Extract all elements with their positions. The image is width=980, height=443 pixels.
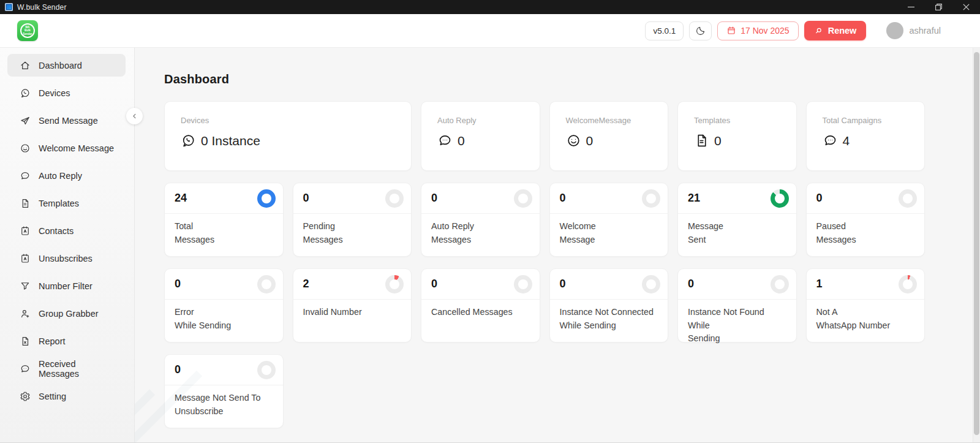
license-date-badge[interactable]: 17 Nov 2025: [717, 21, 798, 40]
file-text-icon: [694, 133, 709, 148]
stat-card-label: Cancelled Messages: [421, 300, 540, 325]
summary-card-value: 0: [458, 134, 465, 148]
stat-card-value: 21: [688, 192, 700, 205]
version-badge: v5.0.1: [645, 21, 684, 40]
progress-ring: [257, 189, 276, 208]
summary-card-welcomemessage: WelcomeMessage 0: [549, 101, 669, 171]
stat-card-label: Paused Messages: [807, 214, 925, 252]
stat-card-total-messages: 24 Total Messages: [164, 183, 284, 257]
chevron-left-icon: [130, 112, 138, 120]
sidebar-item-contacts[interactable]: Contacts: [7, 219, 126, 242]
progress-ring: [771, 189, 789, 208]
theme-toggle-button[interactable]: [689, 21, 712, 40]
summary-card-label: Total Campaigns: [823, 116, 909, 125]
progress-ring: [899, 275, 917, 293]
contact-book-icon: [20, 253, 31, 264]
close-icon: [963, 4, 970, 10]
stat-card-instance-not-connected-while-sending: 0 Instance Not Connected While Sending: [549, 268, 669, 343]
restore-button[interactable]: [925, 0, 952, 14]
sidebar-item-templates[interactable]: Templates: [7, 192, 126, 214]
sidebar-item-unsubscribes[interactable]: Unsubscribes: [7, 247, 126, 270]
scrollbar[interactable]: [973, 48, 980, 442]
stat-card-error-while-sending: 0 Error While Sending: [164, 268, 284, 343]
sidebar-item-welcome-message[interactable]: Welcome Message: [7, 137, 126, 159]
summary-card-value: 0: [714, 134, 722, 148]
send-icon: [20, 115, 31, 126]
scrollbar-thumb[interactable]: [974, 52, 979, 435]
stat-card-value: 0: [431, 192, 437, 205]
sidebar-item-send-message[interactable]: Send Message: [7, 109, 126, 132]
renew-button[interactable]: Renew: [804, 21, 867, 40]
sidebar-item-label: Dashboard: [39, 61, 82, 70]
stat-card-paused-messages: 0 Paused Messages: [806, 183, 925, 257]
user-plus-icon: [20, 308, 31, 319]
stat-card-label: Invalid Number: [293, 300, 412, 325]
smiley-icon: [20, 143, 31, 154]
stat-card-value: 0: [688, 278, 694, 290]
stat-card-message-not-send-to-unsubscribe: 0 Message Not Send To Unsubscribe: [164, 354, 284, 428]
progress-ring: [514, 275, 532, 293]
sidebar-item-label: Received Messages: [39, 359, 118, 379]
progress-ring: [385, 275, 404, 293]
stat-card-value: 1: [816, 278, 823, 290]
progress-ring: [257, 361, 276, 379]
sidebar-collapse-button[interactable]: [126, 108, 143, 124]
sidebar-item-dashboard[interactable]: Dashboard: [7, 54, 126, 77]
summary-card-label: WelcomeMessage: [566, 116, 652, 125]
smiley-icon: [566, 133, 581, 148]
stat-card-label: Not A WhatsApp Number: [807, 300, 925, 338]
stat-card-label: Message Not Send To Unsubscribe: [165, 385, 283, 424]
summary-card-label: Templates: [694, 116, 780, 125]
page-title: Dashboard: [164, 72, 980, 86]
minimize-button[interactable]: [897, 0, 925, 14]
username-label: ashraful: [909, 26, 941, 36]
sidebar-item-number-filter[interactable]: Number Filter: [7, 275, 126, 297]
sidebar-item-auto-reply[interactable]: Auto Reply: [7, 164, 126, 187]
stat-card-value: 0: [816, 192, 823, 205]
sidebar-item-devices[interactable]: Devices: [7, 81, 126, 104]
summary-card-auto-reply: Auto Reply 0: [421, 101, 540, 171]
sidebar-item-received-messages[interactable]: Received Messages: [7, 357, 126, 380]
minimize-icon: [908, 4, 914, 10]
file-text-icon: [20, 198, 31, 209]
stat-card-label: Instance Not Found While Sending: [678, 300, 796, 352]
sidebar-item-group-grabber[interactable]: Group Grabber: [7, 302, 126, 325]
close-button[interactable]: [952, 0, 980, 14]
stat-card-label: Auto Reply Messages: [421, 214, 540, 252]
app-logo: WA Bulk Sender: [17, 20, 38, 41]
sidebar-item-label: Welcome Message: [39, 143, 114, 153]
sidebar-item-label: Auto Reply: [39, 171, 82, 181]
profile-menu[interactable]: ashraful: [886, 22, 941, 39]
stat-card-pending-messages: 0 Pending Messages: [293, 183, 412, 257]
renew-button-label: Renew: [828, 26, 857, 36]
app-logo-text: WA Bulk Sender: [20, 23, 35, 38]
stat-card-value: 24: [175, 192, 187, 205]
summary-card-total-campaigns: Total Campaigns 4: [806, 101, 925, 171]
stat-card-value: 0: [175, 278, 181, 290]
avatar: [886, 22, 903, 39]
chat-icon: [823, 133, 838, 148]
summary-card-value: 0 Instance: [201, 134, 260, 148]
stat-card-value: 0: [560, 278, 566, 290]
sidebar-item-report[interactable]: Report: [7, 330, 126, 352]
file-x-icon: [20, 336, 31, 347]
sidebar-item-label: Unsubscribes: [39, 254, 92, 263]
chat-icon: [20, 363, 31, 374]
sidebar-item-label: Setting: [39, 392, 66, 401]
home-icon: [20, 60, 31, 71]
app-header: WA Bulk Sender v5.0.1 17 Nov 2025 Renew …: [0, 14, 980, 48]
stat-card-message-sent: 21 Message Sent: [677, 183, 797, 257]
sidebar-item-setting[interactable]: Setting: [7, 385, 126, 407]
version-label: v5.0.1: [653, 26, 676, 36]
stat-card-welcome-message: 0 Welcome Message: [549, 183, 669, 257]
stat-card-invalid-number: 2 Invalid Number: [293, 268, 412, 343]
moon-icon: [695, 26, 706, 36]
stat-card-value: 0: [175, 363, 181, 376]
sidebar-item-label: Number Filter: [39, 281, 92, 291]
sidebar-item-label: Group Grabber: [39, 309, 99, 319]
progress-ring: [642, 275, 660, 293]
app-body: Dashboard Devices Send Message Welcome M…: [0, 48, 980, 442]
summary-card-templates: Templates 0: [677, 101, 797, 171]
calendar-icon: [726, 26, 736, 36]
sidebar-item-label: Templates: [39, 199, 79, 208]
